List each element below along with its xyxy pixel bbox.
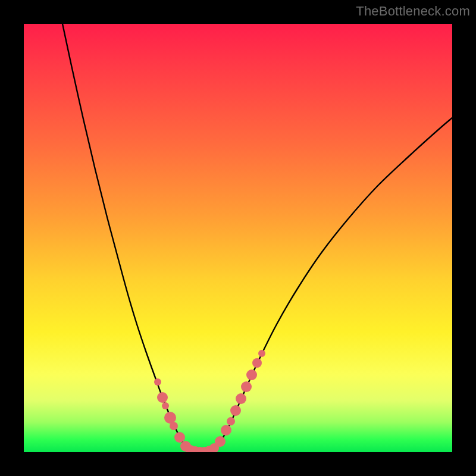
- curve-left-branch: [62, 24, 188, 449]
- curve-layer: [24, 24, 452, 452]
- highlight-marker: [154, 378, 161, 386]
- highlight-marker: [252, 358, 262, 368]
- highlight-marker: [230, 405, 241, 416]
- highlight-marker: [174, 432, 185, 443]
- highlight-marker: [221, 425, 231, 436]
- highlight-marker: [157, 392, 168, 403]
- highlight-marker: [170, 422, 178, 430]
- highlight-marker: [162, 402, 169, 409]
- highlight-marker: [246, 369, 257, 380]
- highlight-marker: [236, 393, 246, 404]
- highlight-marker: [241, 381, 252, 392]
- plot-area: [24, 24, 452, 452]
- curve-right-branch: [215, 118, 452, 447]
- highlight-marker: [215, 436, 226, 447]
- highlight-marker: [227, 417, 235, 425]
- highlighted-marker-group: [154, 350, 265, 452]
- highlight-marker: [164, 412, 176, 424]
- highlight-marker: [258, 350, 265, 357]
- watermark-text: TheBottleneck.com: [356, 4, 470, 19]
- chart-frame: TheBottleneck.com: [0, 0, 476, 476]
